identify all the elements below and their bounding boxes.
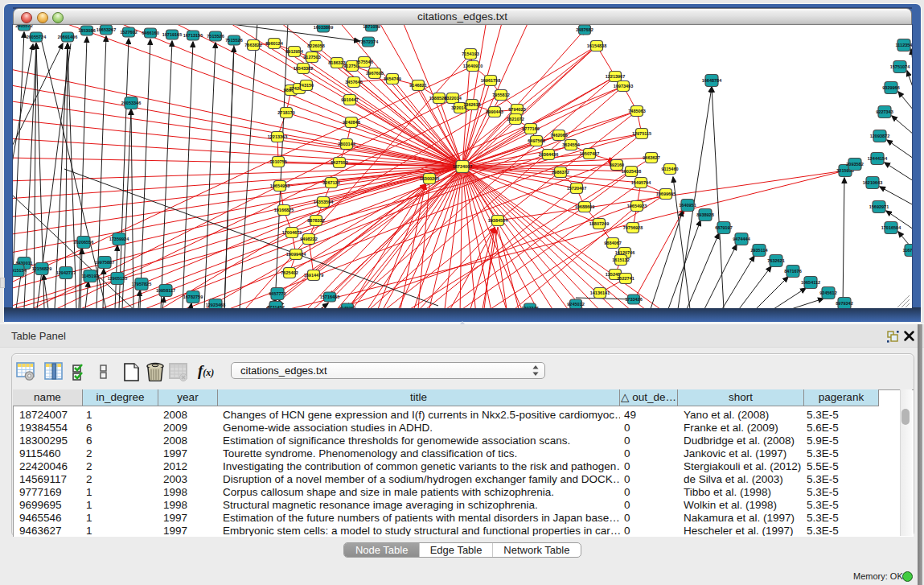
svg-text:2967608: 2967608	[366, 71, 383, 76]
svg-text:6497568: 6497568	[528, 138, 544, 143]
svg-text:20364436: 20364436	[539, 152, 558, 157]
svg-text:1292346: 1292346	[521, 306, 538, 308]
svg-text:19099484: 19099484	[286, 252, 306, 257]
svg-text:1621072: 1621072	[507, 117, 524, 122]
svg-text:12156829: 12156829	[32, 266, 51, 271]
svg-text:17016504: 17016504	[881, 225, 901, 230]
svg-text:8226058: 8226058	[307, 43, 324, 48]
svg-text:7485063: 7485063	[628, 109, 645, 113]
svg-text:20055724: 20055724	[27, 35, 47, 39]
svg-text:18807249: 18807249	[589, 221, 609, 226]
svg-text:10699695: 10699695	[656, 192, 676, 196]
svg-text:9329966: 9329966	[882, 85, 899, 90]
svg-text:9115460: 9115460	[661, 167, 678, 171]
svg-text:9245612: 9245612	[819, 290, 836, 295]
svg-text:10507487: 10507487	[580, 151, 599, 156]
svg-text:15495794: 15495794	[631, 180, 651, 185]
svg-text:1010755: 1010755	[269, 159, 286, 164]
svg-text:8990443: 8990443	[486, 109, 503, 114]
svg-text:7462066: 7462066	[550, 133, 567, 138]
svg-text:2935114: 2935114	[750, 248, 768, 253]
svg-text:9884067: 9884067	[604, 241, 621, 245]
svg-text:16648784: 16648784	[702, 78, 722, 83]
svg-text:12213363: 12213363	[268, 134, 287, 139]
svg-text:2405572: 2405572	[15, 25, 32, 28]
svg-text:10973493: 10973493	[614, 84, 633, 89]
svg-text:10653267: 10653267	[97, 27, 116, 32]
svg-text:1853086: 1853086	[78, 28, 95, 33]
svg-text:9127503: 9127503	[303, 55, 320, 60]
svg-text:12093872: 12093872	[870, 134, 889, 138]
svg-text:10025438: 10025438	[622, 169, 641, 174]
svg-text:7955812: 7955812	[492, 93, 509, 97]
svg-text:17957825: 17957825	[132, 282, 151, 286]
svg-text:1615132: 1615132	[612, 257, 629, 262]
svg-text:2093582: 2093582	[846, 162, 863, 167]
svg-text:19975887: 19975887	[95, 260, 114, 265]
svg-text:9146821: 9146821	[409, 83, 426, 88]
svg-text:8912954: 8912954	[285, 49, 303, 54]
svg-text:6794023: 6794023	[508, 107, 525, 112]
svg-text:8454749: 8454749	[384, 76, 400, 81]
svg-text:2718170: 2718170	[277, 110, 294, 115]
svg-text:9227343: 9227343	[876, 109, 893, 114]
svg-text:8960124: 8960124	[265, 41, 283, 46]
svg-text:1527602: 1527602	[120, 30, 137, 35]
svg-text:1575546: 1575546	[355, 60, 372, 64]
svg-text:7154193: 7154193	[462, 51, 478, 56]
svg-text:12905135: 12905135	[108, 276, 127, 281]
svg-text:10719165: 10719165	[162, 32, 182, 37]
svg-text:9245012: 9245012	[567, 302, 584, 307]
svg-text:9498222: 9498222	[300, 237, 317, 241]
svg-text:3267130: 3267130	[322, 180, 339, 185]
svg-text:2522741: 2522741	[617, 276, 634, 281]
svg-text:7625402: 7625402	[281, 270, 298, 275]
svg-text:10958117: 10958117	[156, 288, 175, 293]
svg-text:18300295: 18300295	[420, 176, 439, 181]
svg-text:13640910: 13640910	[463, 64, 483, 68]
svg-text:15751074: 15751074	[890, 64, 910, 69]
svg-text:12923468: 12923468	[206, 303, 225, 307]
svg-text:10654112: 10654112	[801, 280, 820, 285]
svg-text:743150: 743150	[299, 83, 314, 88]
svg-text:14136141: 14136141	[590, 290, 610, 295]
svg-text:9242848: 9242848	[343, 120, 359, 125]
svg-text:3457645: 3457645	[345, 80, 362, 84]
svg-text:9731452: 9731452	[267, 305, 284, 308]
svg-text:73572374: 73572374	[359, 39, 379, 44]
svg-text:16961758: 16961758	[481, 78, 500, 83]
svg-text:7515526: 7515526	[207, 34, 224, 39]
svg-text:8878332: 8878332	[307, 218, 324, 223]
svg-text:19654953: 19654953	[270, 183, 290, 188]
svg-text:20206556: 20206556	[74, 240, 93, 245]
svg-text:15720407: 15720407	[567, 186, 586, 191]
svg-text:6879197: 6879197	[715, 225, 732, 230]
svg-text:9463627: 9463627	[643, 155, 659, 160]
svg-text:19654923: 19654923	[627, 204, 647, 208]
svg-text:1733426: 1733426	[625, 297, 642, 302]
svg-text:2803144: 2803144	[338, 142, 355, 146]
svg-text:6466160: 6466160	[142, 31, 158, 35]
svg-text:1871059: 1871059	[363, 25, 380, 29]
svg-text:18724007: 18724007	[453, 164, 472, 169]
svg-text:9474444: 9474444	[733, 237, 750, 241]
svg-text:20053346: 20053346	[121, 101, 141, 105]
svg-text:15692971: 15692971	[869, 204, 889, 209]
svg-text:12975115: 12975115	[632, 131, 651, 136]
svg-text:1112354: 1112354	[896, 43, 912, 47]
svg-text:8471676: 8471676	[784, 269, 801, 274]
svg-text:3624554: 3624554	[562, 142, 580, 147]
svg-text:1640951: 1640951	[679, 203, 696, 208]
svg-text:12444154: 12444154	[868, 156, 888, 161]
svg-text:3915154: 3915154	[13, 268, 27, 273]
svg-text:8427552: 8427552	[331, 160, 347, 165]
svg-text:16210643: 16210643	[863, 180, 882, 185]
svg-text:8322014: 8322014	[444, 96, 462, 101]
svg-text:19384554: 19384554	[488, 218, 508, 223]
svg-text:8979342: 8979342	[836, 301, 852, 306]
svg-text:1362615: 1362615	[463, 102, 480, 107]
svg-text:1167534: 1167534	[902, 248, 912, 253]
svg-text:19166825: 19166825	[274, 208, 294, 212]
svg-text:16154838: 16154838	[587, 43, 606, 48]
svg-text:20691406: 20691406	[58, 35, 77, 39]
